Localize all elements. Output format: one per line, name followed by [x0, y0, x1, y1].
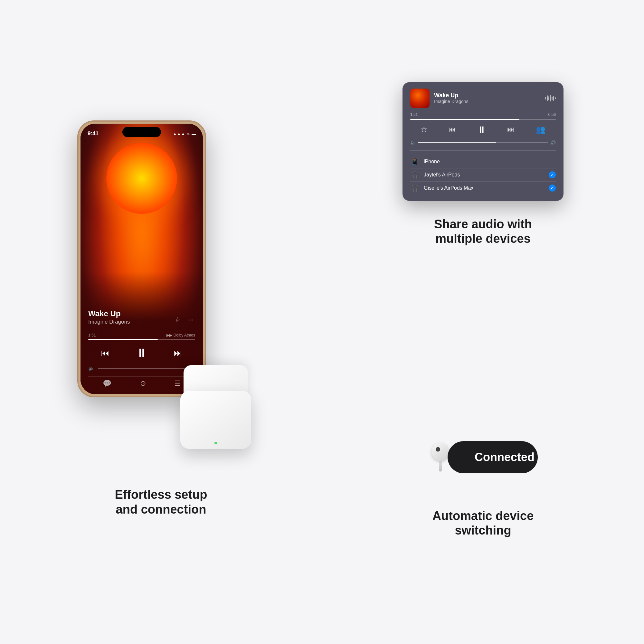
- widget-volume-fill: [418, 142, 496, 143]
- case-body: [180, 391, 251, 449]
- star-icon[interactable]: ☆: [173, 315, 182, 324]
- widget-song-info: Wake Up Imagine Dragons: [434, 92, 541, 104]
- volume-low-icon: 🔈: [88, 365, 95, 371]
- widget-top-row: Wake Up Imagine Dragons: [410, 89, 556, 108]
- iphone-device-name: iPhone: [424, 159, 556, 165]
- widget-divider: [410, 150, 556, 151]
- iphone-device-icon: 📱: [410, 158, 419, 166]
- song-title: Wake Up: [88, 309, 130, 318]
- song-text-block: Wake Up Imagine Dragons: [88, 309, 130, 330]
- device-row-iphone[interactable]: 📱 iPhone: [410, 155, 556, 168]
- fast-forward-button[interactable]: ⏭: [174, 348, 182, 358]
- widget-progress-bar[interactable]: [410, 119, 556, 120]
- widget-star-button[interactable]: ☆: [421, 125, 428, 134]
- jaytel-check-icon: ✓: [549, 171, 556, 178]
- widget-time-current: 1:51: [410, 112, 418, 117]
- giselle-airpods-icon: 🎧: [410, 184, 419, 192]
- jaytel-airpods-icon: 🎧: [410, 171, 419, 179]
- music-widget: Wake Up Imagine Dragons 1:51: [403, 82, 563, 201]
- widget-vol-high-icon: 🔊: [550, 140, 556, 145]
- widget-controls: ☆ ⏮ ⏸ ⏭ 👥: [410, 124, 556, 135]
- playback-controls: ⏮ ⏸ ⏭: [88, 346, 195, 360]
- mini-stem-left: [439, 460, 442, 471]
- status-time: 9:41: [88, 130, 99, 137]
- rewind-button[interactable]: ⏮: [101, 348, 109, 358]
- share-audio-text: Share audio withmultiple devices: [434, 217, 532, 246]
- phone-airpods-container: 9:41 ▲▲▲ ⌾ ▬ Wake Up: [68, 120, 254, 475]
- time-row: 1:51 ▶▶ Dolby Atmos: [88, 333, 195, 337]
- song-actions: Wake Up Imagine Dragons ☆ ···: [88, 309, 195, 330]
- main-grid: 9:41 ▲▲▲ ⌾ ▬ Wake Up: [0, 0, 644, 644]
- chat-icon[interactable]: 💬: [103, 379, 111, 388]
- wave-bar-6: [553, 96, 554, 101]
- widget-share-button[interactable]: 👥: [536, 125, 545, 134]
- iphone-screen: 9:41 ▲▲▲ ⌾ ▬ Wake Up: [81, 124, 203, 394]
- jaytel-airpods-name: Jaytel's AirPods: [424, 172, 544, 178]
- giselle-airpods-name: Giselle's AirPods Max: [424, 185, 544, 191]
- widget-song-title: Wake Up: [434, 92, 541, 99]
- widget-volume-bar[interactable]: [418, 142, 548, 143]
- battery-icon: ▬: [192, 131, 196, 136]
- widget-vol-low-icon: 🔈: [410, 140, 416, 145]
- wave-bar-2: [547, 95, 548, 101]
- mini-head-left: [431, 443, 449, 460]
- case-indicator: [214, 442, 217, 444]
- switching-caption: Automatic deviceswitching: [432, 509, 534, 538]
- wave-bar-4: [550, 95, 551, 101]
- left-caption-text: Effortless setupand connection: [115, 488, 207, 517]
- mini-airpod-left: [431, 443, 449, 471]
- song-artist: Imagine Dragons: [88, 319, 130, 325]
- switching-text: Automatic deviceswitching: [432, 509, 534, 538]
- dolby-label: ▶▶ Dolby Atmos: [166, 333, 195, 337]
- dynamic-island: [122, 127, 161, 137]
- dolby-icon: ▶▶: [166, 333, 172, 337]
- widget-time-remaining: -0:56: [547, 112, 556, 117]
- time-current: 1:51: [88, 333, 96, 337]
- widget-progress-fill: [410, 119, 519, 120]
- wave-bar-7: [555, 97, 556, 99]
- connected-container: Connected: [422, 422, 544, 493]
- sun-visual: [106, 143, 177, 214]
- device-row-jaytels-airpods[interactable]: 🎧 Jaytel's AirPods ✓: [410, 168, 556, 182]
- progress-fill: [88, 339, 158, 340]
- left-caption: Effortless setupand connection: [115, 488, 207, 517]
- right-top-section: Wake Up Imagine Dragons 1:51: [322, 0, 644, 322]
- wifi-icon: ⌾: [187, 131, 190, 136]
- progress-bar[interactable]: [88, 339, 195, 340]
- giselle-check-icon: ✓: [549, 185, 556, 192]
- right-panel: Wake Up Imagine Dragons 1:51: [322, 0, 644, 644]
- status-icons: ▲▲▲ ⌾ ▬: [173, 131, 196, 136]
- connected-label: Connected: [475, 450, 535, 464]
- left-panel: 9:41 ▲▲▲ ⌾ ▬ Wake Up: [0, 0, 322, 644]
- widget-forward-button[interactable]: ⏭: [507, 125, 515, 134]
- progress-section: 1:51 ▶▶ Dolby Atmos: [88, 333, 195, 342]
- wave-bar-1: [545, 97, 546, 99]
- device-row-giselles-airpods[interactable]: 🎧 Giselle's AirPods Max ✓: [410, 182, 556, 194]
- iphone-device: 9:41 ▲▲▲ ⌾ ▬ Wake Up: [77, 120, 206, 397]
- pause-button[interactable]: ⏸: [136, 346, 148, 360]
- widget-pause-button[interactable]: ⏸: [477, 124, 486, 135]
- widget-volume-row: 🔈 🔊: [410, 140, 556, 145]
- wave-bar-3: [548, 96, 549, 100]
- signal-icon: ▲▲▲: [173, 131, 185, 136]
- share-audio-caption: Share audio withmultiple devices: [434, 217, 532, 246]
- widget-song-artist: Imagine Dragons: [434, 99, 541, 104]
- more-icon[interactable]: ···: [186, 315, 195, 324]
- widget-time-row: 1:51 -0:56: [410, 112, 556, 117]
- widget-waveform: [545, 94, 556, 102]
- action-icons: ☆ ···: [173, 315, 195, 324]
- widget-rewind-button[interactable]: ⏮: [449, 125, 456, 134]
- wave-bar-5: [552, 97, 553, 100]
- vertical-divider: [322, 32, 322, 612]
- airplay-icon[interactable]: ⊙: [140, 379, 146, 388]
- right-bottom-section: Connected Automatic deviceswitching: [322, 322, 644, 644]
- airpods-case: [171, 365, 261, 449]
- widget-album-art: [410, 89, 430, 108]
